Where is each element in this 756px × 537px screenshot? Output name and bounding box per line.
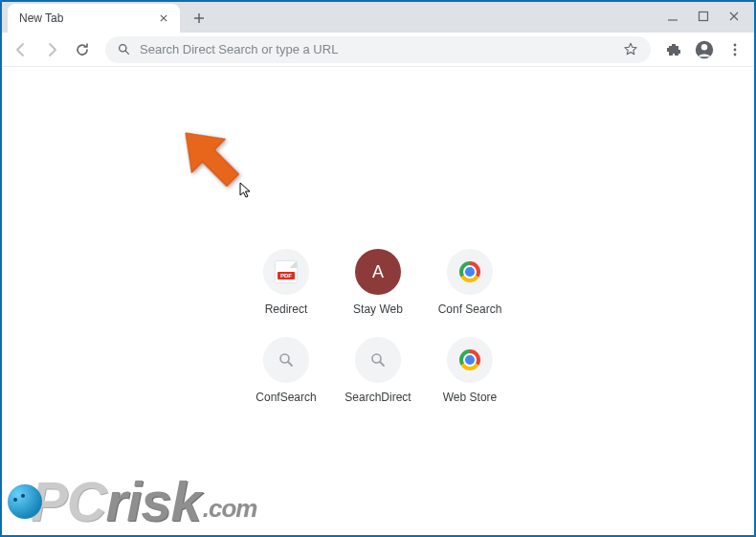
search-icon	[278, 352, 294, 368]
shortcut-web-store[interactable]: Web Store	[426, 337, 514, 404]
pdf-icon: PDF	[276, 261, 297, 282]
shortcut-label: Web Store	[443, 391, 497, 404]
extensions-icon[interactable]	[660, 36, 687, 63]
watermark-risk: risk	[106, 469, 201, 533]
tab-strip: New Tab	[0, 0, 756, 33]
watermark: PCrisk.com	[8, 469, 256, 533]
shortcut-tile	[355, 337, 401, 383]
chrome-icon	[459, 349, 480, 370]
svg-point-6	[734, 53, 737, 56]
new-tab-page: PDF Redirect A Stay Web Conf Search Conf…	[0, 67, 756, 537]
back-button[interactable]	[8, 36, 34, 63]
shortcut-redirect[interactable]: PDF Redirect	[242, 249, 330, 316]
profile-icon[interactable]	[691, 36, 718, 63]
shortcut-tile: PDF	[263, 249, 309, 295]
shortcut-tile	[263, 337, 309, 383]
svg-rect-0	[700, 12, 708, 21]
new-tab-button[interactable]	[186, 5, 212, 32]
shortcut-tile	[447, 249, 493, 295]
shortcut-label: Redirect	[265, 302, 308, 316]
shortcut-conf-search[interactable]: Conf Search	[426, 249, 514, 316]
shortcut-label: SearchDirect	[345, 391, 411, 404]
reload-button[interactable]	[69, 36, 96, 63]
svg-point-5	[734, 48, 737, 51]
watermark-com: .com	[203, 494, 257, 524]
shortcut-label: ConfSearch	[256, 391, 316, 404]
avatar-icon: A	[355, 249, 401, 295]
search-icon	[370, 352, 386, 368]
bookmark-star-icon[interactable]	[624, 42, 639, 57]
forward-button[interactable]	[38, 36, 65, 63]
search-icon	[117, 43, 130, 56]
maximize-icon[interactable]	[697, 10, 710, 23]
shortcut-stay-web[interactable]: A Stay Web	[334, 249, 422, 316]
minimize-icon[interactable]	[666, 10, 679, 23]
close-window-icon[interactable]	[727, 10, 741, 23]
shortcut-tile	[447, 337, 493, 383]
close-icon[interactable]	[157, 11, 170, 25]
tab-new-tab[interactable]: New Tab	[8, 4, 180, 33]
shortcut-label: Conf Search	[438, 302, 502, 316]
shortcut-searchdirect[interactable]: SearchDirect	[334, 337, 422, 404]
svg-point-3	[701, 44, 707, 50]
menu-icon[interactable]	[722, 36, 748, 63]
shortcut-grid: PDF Redirect A Stay Web Conf Search Conf…	[242, 249, 514, 404]
shortcut-confsearch[interactable]: ConfSearch	[242, 337, 330, 404]
toolbar	[0, 33, 756, 67]
window-controls	[666, 0, 750, 33]
address-input[interactable]	[140, 42, 614, 56]
shortcut-label: Stay Web	[353, 302, 403, 316]
watermark-pc: PC	[31, 469, 106, 533]
tab-title: New Tab	[19, 11, 149, 25]
arrow-annotation-icon	[167, 115, 254, 205]
omnibox[interactable]	[105, 36, 651, 63]
cursor-icon	[239, 182, 253, 203]
browser-window: New Tab	[0, 0, 756, 537]
svg-point-4	[734, 43, 737, 46]
chrome-icon	[459, 261, 480, 282]
logo-orb-icon	[8, 484, 42, 519]
